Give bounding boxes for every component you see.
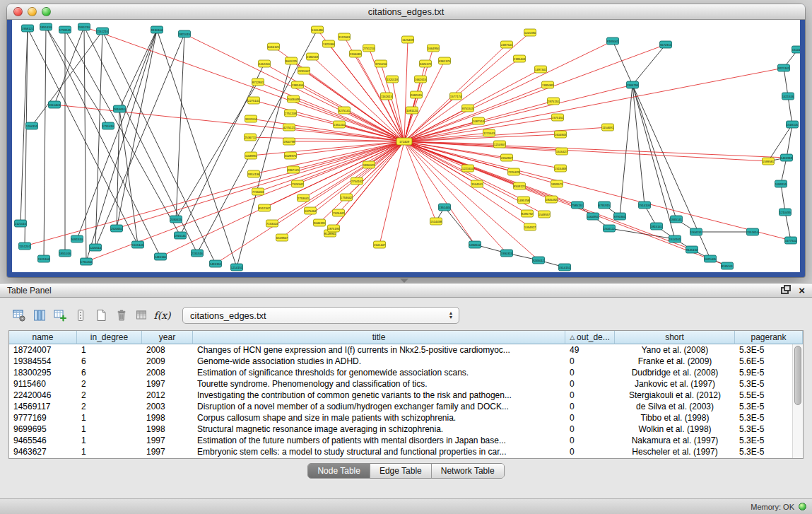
graph-node[interactable]: 6791915 bbox=[599, 201, 611, 209]
graph-node[interactable]: 1214151 bbox=[231, 264, 243, 271]
graph-node[interactable]: 1151216 bbox=[97, 28, 109, 35]
graph-node[interactable]: 1915141 bbox=[175, 232, 187, 239]
graph-node[interactable]: 3312014 bbox=[245, 115, 257, 122]
graph-node[interactable]: 1946794 bbox=[627, 81, 639, 88]
graph-node[interactable]: 1830021 bbox=[363, 161, 375, 168]
graph-node[interactable]: 1541447 bbox=[374, 241, 386, 248]
show-columns-button[interactable] bbox=[29, 305, 49, 326]
graph-node[interactable]: 1415918 bbox=[781, 154, 793, 161]
graph-node[interactable]: 2751209 bbox=[285, 110, 297, 117]
tab-network-table[interactable]: Network Table bbox=[432, 464, 504, 478]
graph-node[interactable]: 1751204 bbox=[81, 258, 93, 265]
graph-node[interactable]: 1164161 bbox=[471, 180, 483, 187]
table-row[interactable]: 1938455462009Genome-wide association stu… bbox=[9, 356, 803, 367]
column-header-pagerank[interactable]: pagerank bbox=[735, 331, 803, 344]
float-panel-icon[interactable] bbox=[781, 287, 789, 294]
graph-node[interactable]: 2121015 bbox=[15, 220, 27, 227]
graph-node[interactable]: 2751210 bbox=[363, 45, 375, 52]
graph-node[interactable]: 2185403 bbox=[514, 55, 526, 62]
scrollbar-thumb[interactable] bbox=[794, 346, 801, 405]
graph-node[interactable]: 7726453 bbox=[252, 188, 264, 195]
table-scrollbar[interactable] bbox=[792, 344, 803, 458]
graph-node[interactable]: 1151403 bbox=[49, 101, 61, 108]
graph-node[interactable]: 2043049 bbox=[288, 95, 300, 103]
graph-node[interactable]: 2275141 bbox=[248, 97, 260, 104]
graph-node[interactable]: 1515141 bbox=[132, 241, 144, 248]
graph-node[interactable]: 1220514 bbox=[90, 244, 102, 251]
graph-node[interactable]: 1815141 bbox=[651, 223, 663, 230]
graph-node[interactable]: 1604843 bbox=[555, 131, 567, 138]
graph-node[interactable]: 2082615 bbox=[411, 91, 423, 98]
graph-node[interactable]: 1575151 bbox=[552, 114, 564, 121]
graph-node[interactable]: 8183041 bbox=[607, 37, 619, 45]
table-row[interactable]: 911546021997Tourette syndrome. Phenomeno… bbox=[9, 378, 803, 390]
graph-node[interactable]: 1599581 bbox=[763, 158, 775, 165]
network-window-titlebar[interactable]: citations_edges.txt bbox=[7, 4, 805, 20]
graph-node[interactable]: 1577174 bbox=[450, 93, 462, 100]
tab-node-table[interactable]: Node Table bbox=[308, 464, 370, 478]
graph-node[interactable]: 2536711 bbox=[245, 134, 257, 141]
graph-node[interactable]: 2030615 bbox=[170, 216, 182, 223]
graph-node[interactable]: 1210455 bbox=[779, 209, 792, 216]
graph-node[interactable]: 1081120 bbox=[406, 107, 418, 114]
graph-node[interactable]: 8495792 bbox=[522, 210, 534, 217]
graph-node[interactable]: 1845141 bbox=[671, 216, 683, 223]
graph-node[interactable]: 9145132 bbox=[686, 246, 698, 253]
graph-node[interactable]: 1900798 bbox=[283, 138, 295, 145]
graph-node[interactable]: 8245101 bbox=[722, 262, 734, 269]
graph-node[interactable]: 1805492 bbox=[546, 196, 558, 203]
graph-node[interactable]: 6519847 bbox=[276, 234, 288, 241]
graph-node[interactable]: 1518105 bbox=[787, 121, 799, 128]
graph-node[interactable]: 1415151 bbox=[210, 260, 222, 267]
graph-node[interactable]: 7220429 bbox=[508, 168, 520, 175]
graph-node[interactable]: 1495758 bbox=[518, 197, 530, 204]
graph-node[interactable]: 7485083 bbox=[542, 81, 554, 88]
graph-node[interactable]: 3220172 bbox=[420, 60, 432, 67]
graph-node[interactable]: 4275121 bbox=[283, 124, 295, 131]
table-row[interactable]: 1872400712008Changes of HCN gene express… bbox=[9, 344, 803, 356]
graph-node[interactable]: 1514105 bbox=[639, 201, 651, 209]
column-header-in-degree[interactable]: in_degree bbox=[77, 331, 142, 344]
import-table-button[interactable] bbox=[131, 305, 152, 326]
graph-node[interactable]: 1497341 bbox=[535, 66, 547, 73]
graph-node[interactable]: 1351445 bbox=[439, 204, 451, 211]
graph-node[interactable]: 9046391 bbox=[314, 219, 326, 226]
graph-node[interactable]: 1958121 bbox=[22, 25, 34, 32]
graph-node[interactable]: 2520651 bbox=[111, 225, 123, 232]
graph-node[interactable]: 1549557 bbox=[539, 211, 551, 218]
graph-node[interactable]: 2754162 bbox=[351, 177, 363, 185]
graph-node[interactable]: 1662615 bbox=[415, 76, 427, 83]
minimize-button[interactable] bbox=[28, 7, 37, 16]
graph-node[interactable]: 1059151 bbox=[775, 180, 787, 187]
graph-node[interactable]: 1675464 bbox=[305, 207, 317, 214]
table-row[interactable]: 2242004622012Investigating the contribut… bbox=[9, 390, 803, 401]
column-header-year[interactable]: year bbox=[142, 331, 193, 344]
graph-node[interactable]: 1021405 bbox=[705, 255, 717, 262]
graph-node[interactable]: 1210907 bbox=[494, 141, 506, 148]
row-tools-button[interactable] bbox=[70, 305, 90, 326]
graph-node[interactable]: 8509121 bbox=[514, 182, 526, 189]
table-row[interactable]: 946554611997Estimation of the future num… bbox=[9, 435, 803, 446]
graph-node[interactable]: 1204151 bbox=[26, 122, 38, 129]
table-row[interactable]: 946362711997Embryonic stem cells: a mode… bbox=[9, 446, 803, 457]
graph-node[interactable]: 1122063 bbox=[339, 33, 351, 40]
graph-node[interactable]: 1677510 bbox=[785, 237, 797, 244]
column-header-title[interactable]: title bbox=[193, 331, 565, 344]
column-header-name[interactable]: name bbox=[9, 331, 77, 344]
graph-node[interactable]: 1821015 bbox=[179, 30, 191, 37]
tab-edge-table[interactable]: Edge Table bbox=[370, 464, 432, 478]
zoom-button[interactable] bbox=[42, 7, 51, 16]
graph-node[interactable]: 1514151 bbox=[559, 264, 571, 271]
graph-node[interactable]: 1162615 bbox=[381, 93, 393, 100]
graph-node[interactable]: 2412201 bbox=[259, 60, 271, 67]
graph-node[interactable]: 2231007 bbox=[298, 67, 310, 74]
graph-node[interactable]: 9227441 bbox=[778, 64, 790, 71]
graph-node[interactable]: 8712841 bbox=[252, 78, 264, 86]
graph-node[interactable]: 2867121 bbox=[288, 166, 300, 173]
graph-node[interactable]: 7422084 bbox=[323, 40, 335, 47]
graph-node[interactable]: 1515469 bbox=[555, 165, 567, 172]
graph-node[interactable]: 6961370 bbox=[439, 57, 451, 64]
graph-node[interactable]: 2204907 bbox=[501, 154, 513, 161]
close-button[interactable] bbox=[13, 7, 23, 16]
graph-node[interactable]: 1983404 bbox=[292, 81, 304, 88]
